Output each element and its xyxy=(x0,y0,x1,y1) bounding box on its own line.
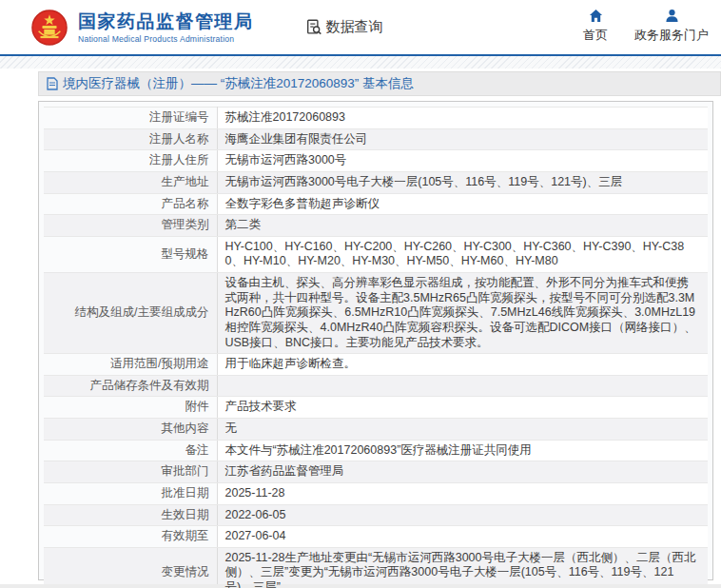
info-table: 注册证编号苏械注准20172060893注册人名称海鹰企业集团有限责任公司注册人… xyxy=(44,107,708,588)
table-row: 审批部门江苏省药品监督管理局 xyxy=(44,461,708,483)
row-label: 适用范围/预期用途 xyxy=(44,354,217,376)
nav-home-label: 首页 xyxy=(583,27,608,44)
row-label: 结构及组成/主要组成成分 xyxy=(44,273,217,354)
document-icon xyxy=(47,77,58,90)
row-value: 无锡市运河西路3000号电子大楼一层(105号、116号、119号、121号)、… xyxy=(217,171,708,193)
row-value: 用于临床超声诊断检查。 xyxy=(217,354,708,376)
table-row: 注册证编号苏械注准20172060893 xyxy=(44,108,708,129)
row-label: 生产地址 xyxy=(44,171,217,193)
row-label: 备注 xyxy=(44,440,217,461)
national-emblem-logo xyxy=(31,10,68,46)
row-value: 2025-11-28 xyxy=(217,482,708,504)
row-label: 产品名称 xyxy=(44,193,217,215)
row-value: HY-C100、HY-C160、HY-C200、HY-C260、HY-C300、… xyxy=(217,236,708,272)
row-label: 注册证编号 xyxy=(44,108,217,129)
nav-portal[interactable]: 政务服务门户 xyxy=(634,9,709,44)
table-row: 其他内容无 xyxy=(44,419,708,441)
org-name-en: National Medical Products Administration xyxy=(78,34,254,44)
data-query-label: 数据查询 xyxy=(326,18,383,36)
row-value: 设备由主机、探头、高分辨率彩色显示器组成，按功能配置、外形不同分为推车式和便携式… xyxy=(217,273,708,354)
table-row: 型号规格HY-C100、HY-C160、HY-C200、HY-C260、HY-C… xyxy=(44,236,708,272)
table-row: 产品储存条件及有效期 xyxy=(44,375,708,397)
table-row: 管理类别第二类 xyxy=(44,215,708,237)
row-label: 审批部门 xyxy=(44,461,217,483)
row-label: 批准日期 xyxy=(44,482,217,504)
table-row: 结构及组成/主要组成成分设备由主机、探头、高分辨率彩色显示器组成，按功能配置、外… xyxy=(44,273,708,354)
user-icon xyxy=(665,9,679,23)
nav-home[interactable]: 首页 xyxy=(583,9,608,44)
info-table-body: 注册证编号苏械注准20172060893注册人名称海鹰企业集团有限责任公司注册人… xyxy=(44,108,708,588)
texture-strip xyxy=(0,56,721,69)
nav-portal-label: 政务服务门户 xyxy=(634,27,709,44)
row-value: 产品技术要求 xyxy=(217,397,708,419)
row-value: 全数字彩色多普勒超声诊断仪 xyxy=(217,193,708,215)
page-title: 境内医疗器械（注册）—— “苏械注准20172060893” 基本信息 xyxy=(63,75,414,92)
top-links: 首页 政务服务门户 xyxy=(583,9,709,44)
row-label: 型号规格 xyxy=(44,236,217,272)
row-value: 第二类 xyxy=(217,215,708,237)
row-value: 2027-06-04 xyxy=(217,526,708,548)
row-label: 生效日期 xyxy=(44,504,217,526)
row-value: 无锡市运河西路3000号 xyxy=(217,150,708,172)
table-row: 适用范围/预期用途用于临床超声诊断检查。 xyxy=(44,354,708,376)
row-label: 注册人住所 xyxy=(44,150,217,172)
page-title-bar: 境内医疗器械（注册）—— “苏械注准20172060893” 基本信息 xyxy=(38,71,721,96)
row-value: 2022-06-05 xyxy=(217,504,708,526)
footer-strip xyxy=(0,584,721,588)
table-row: 注册人名称海鹰企业集团有限责任公司 xyxy=(44,128,708,150)
row-value: 2025-11-28生产地址变更由“无锡市运河西路3000号电子大楼一层（西北侧… xyxy=(217,547,708,588)
table-row: 变更情况2025-11-28生产地址变更由“无锡市运河西路3000号电子大楼一层… xyxy=(44,547,708,588)
table-row: 注册人住所无锡市运河西路3000号 xyxy=(44,150,708,172)
row-value xyxy=(217,375,708,397)
table-row: 生产地址无锡市运河西路3000号电子大楼一层(105号、116号、119号、12… xyxy=(44,171,708,193)
org-name-block: 国家药品监督管理局 National Medical Products Admi… xyxy=(78,11,254,44)
table-row: 产品名称全数字彩色多普勒超声诊断仪 xyxy=(44,193,708,215)
row-label: 注册人名称 xyxy=(44,128,217,150)
table-row: 有效期至2027-06-04 xyxy=(44,526,708,548)
org-name-cn: 国家药品监督管理局 xyxy=(78,11,254,32)
row-value: 本文件与“苏械注准20172060893”医疗器械注册证共同使用 xyxy=(217,440,708,461)
row-value: 江苏省药品监督管理局 xyxy=(217,461,708,483)
info-table-container: 注册证编号苏械注准20172060893注册人名称海鹰企业集团有限责任公司注册人… xyxy=(38,101,713,580)
row-label: 其他内容 xyxy=(44,419,217,441)
table-row: 生效日期2022-06-05 xyxy=(44,504,708,526)
row-label: 管理类别 xyxy=(44,215,217,237)
nav-data-query[interactable]: 数据查询 xyxy=(306,18,383,36)
row-label: 产品储存条件及有效期 xyxy=(44,375,217,397)
row-value: 苏械注准20172060893 xyxy=(217,108,708,129)
row-value: 海鹰企业集团有限责任公司 xyxy=(217,128,708,150)
data-query-icon xyxy=(306,19,322,35)
table-row: 附件产品技术要求 xyxy=(44,397,708,419)
row-label: 变更情况 xyxy=(44,547,217,588)
site-header: 国家药品监督管理局 National Medical Products Admi… xyxy=(0,0,721,54)
home-icon xyxy=(589,9,603,23)
table-row: 备注本文件与“苏械注准20172060893”医疗器械注册证共同使用 xyxy=(44,440,708,461)
row-label: 附件 xyxy=(44,397,217,419)
table-row: 批准日期2025-11-28 xyxy=(44,482,708,504)
row-label: 有效期至 xyxy=(44,526,217,548)
row-value: 无 xyxy=(217,419,708,441)
